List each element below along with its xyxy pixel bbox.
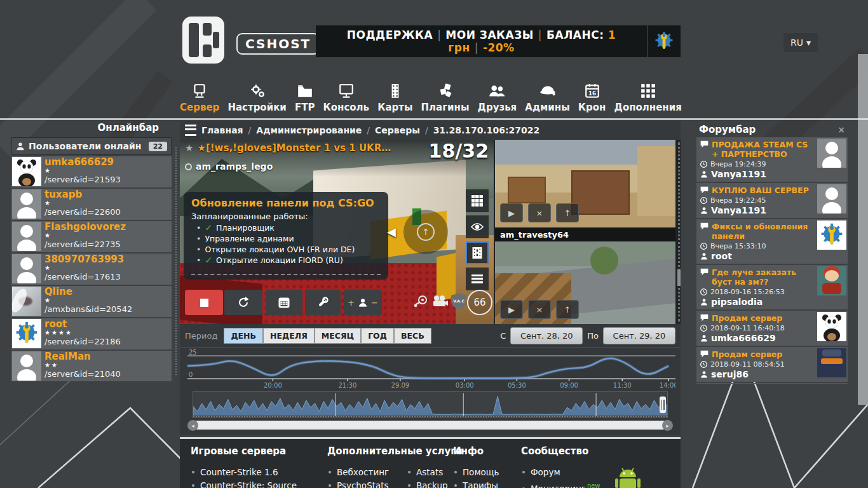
post-author[interactable]: umka666629 [711,333,776,343]
support-link[interactable]: ПОДДЕРЖКА [347,29,433,41]
forum-post[interactable]: Продам сервер2018-09-11 08:54:51seruj86 [696,347,848,382]
period-button-день[interactable]: ДЕНЬ [224,328,263,344]
user-name[interactable]: 380970763993 [44,254,172,264]
user-name[interactable]: Flashgolovorez [44,221,172,232]
user-location-link[interactable]: /server&id=22735 [44,240,172,250]
user-location-link[interactable]: /amxbans&id=20542 [44,304,172,315]
user-name[interactable]: tuxapb [44,189,172,200]
forum-post[interactable]: КУПЛЮ ВАШ СЕРВЕРВчера 19:22:45Vanya1191 [696,183,848,218]
post-title[interactable]: Где луче заказать буст на зм?? [712,268,813,287]
footer-link[interactable]: Astats [407,466,447,479]
scroll-right-button[interactable]: ▸ [662,420,673,431]
video-view-button[interactable] [466,241,489,264]
brand-name[interactable]: CSHOST [236,33,320,55]
footer-link[interactable]: Помощь [453,466,499,479]
footer-link[interactable]: Вебхостинг [327,466,389,479]
user-location-link[interactable]: /server&id=21593 [44,175,172,185]
forum-post[interactable]: Продам сервер2018-09-11 16:40:18umka6666… [696,311,848,346]
restart-server-button[interactable] [224,290,262,315]
post-author[interactable]: root [711,251,732,261]
post-title[interactable]: ПРОДАЖА STEAM CS + ПАРТНЕРСТВО [712,140,813,159]
nav-tab-плагины[interactable]: Плагины [421,80,470,118]
language-selector[interactable]: RU ▾ [783,33,818,52]
map-thumbnail-1[interactable]: ▶ × ↑ [495,140,675,227]
slots-button[interactable]: + − [344,290,382,315]
nav-tab-консоль[interactable]: Консоль [323,80,369,118]
nav-tab-админы[interactable]: Админы [525,80,569,118]
user-name[interactable]: umka666629 [44,156,172,167]
user-location-link[interactable]: /server&id=22600 [44,207,172,217]
online-user-row[interactable]: tuxapb★/server&id=22600 [11,189,172,220]
online-user-row[interactable]: Qline★/amxbans&id=20542 [11,286,172,317]
user-name[interactable]: root [44,318,172,329]
settings-button[interactable] [305,290,341,315]
plus-icon[interactable]: + [348,298,355,308]
user-name[interactable]: RealMan [44,351,172,362]
nav-tab-карты[interactable]: Карты [377,80,412,118]
delete-map-button[interactable]: × [528,300,551,319]
footer-link[interactable]: Counter-Strike: Source [191,479,297,488]
minus-icon[interactable]: − [371,298,378,308]
carousel-prev-icon[interactable]: ◀ [387,225,396,238]
forum-post[interactable]: ПРОДАЖА STEAM CS + ПАРТНЕРСТВОВчера 19:2… [696,137,848,182]
forum-post[interactable]: Фиксы и обновления панелиВчера 15:33:10r… [696,219,848,264]
user-name[interactable]: Qline [44,286,172,297]
breadcrumb-item[interactable]: 31.28.170.106:27022 [433,125,540,135]
date-from-input[interactable]: Сент. 28, 20 [510,327,583,344]
onlinebar-scrollbar[interactable] [175,147,177,375]
user-location-link[interactable]: /server&id=22186 [44,337,172,347]
breadcrumb-item[interactable]: Администрирование [256,125,362,135]
post-author[interactable]: Vanya1191 [711,169,766,179]
footer-link[interactable]: Мониторингnew [521,479,600,488]
stop-server-button[interactable] [185,290,223,315]
post-author[interactable]: Vanya1191 [711,205,766,215]
breadcrumb-item[interactable]: Главная [201,125,243,135]
post-author[interactable]: seruj86 [711,369,749,379]
forum-post[interactable]: Мониторинг Игровых Серверов Cs2018-09-10… [696,383,848,384]
play-map-button[interactable]: ▶ [500,300,523,319]
footer-link[interactable]: Тарифы [453,479,499,488]
footer-link[interactable]: PsychoStats [327,479,389,488]
post-title[interactable]: КУПЛЮ ВАШ СЕРВЕР [712,186,809,195]
thumbnails-scrollbar[interactable] [678,142,680,322]
chart-scrollbar[interactable]: ◂ ▸ [193,421,668,430]
map-info-button[interactable]: ↑ [556,203,579,222]
orders-link[interactable]: МОИ ЗАКАЗЫ [445,29,534,41]
server-name[interactable]: ★[!ws,!gloves]Monster 1 vs 1 UKR… [197,142,391,154]
period-button-неделя[interactable]: НЕДЕЛЯ [263,328,315,344]
footer-link[interactable]: Counter-Strike 1.6 [191,466,297,479]
footer-link[interactable]: Форум [521,466,600,479]
play-map-button[interactable]: ▶ [500,203,523,222]
user-location-link[interactable]: /server&id=21040 [44,369,172,379]
period-button-месяц[interactable]: МЕСЯЦ [315,328,361,344]
online-users-header[interactable]: Пользователи онлайн 22 [11,137,172,155]
close-icon[interactable]: × [837,125,845,135]
favorite-star-icon[interactable]: ★ [185,142,193,154]
menu-icon[interactable] [185,125,196,136]
period-button-год[interactable]: ГОД [361,328,394,344]
nav-tab-дополнения[interactable]: Дополнения [614,80,682,118]
user-location-link[interactable]: /server&id=17613 [44,272,172,282]
delete-map-button[interactable]: × [528,203,551,222]
online-user-row[interactable]: RealMan★★/server&id=21040 [11,351,172,381]
brand-gear-icon[interactable] [647,25,681,57]
online-user-row[interactable]: umka666629★/server&id=21593 [11,156,172,187]
cshost-logo-icon[interactable] [182,17,224,64]
grid-view-button[interactable] [466,189,489,212]
forum-post[interactable]: Где луче заказать буст на зм??2018-09-16… [696,265,848,309]
online-user-row[interactable]: 380970763993★/server&id=17613 [11,254,172,285]
nav-tab-ftp[interactable]: FTP [295,80,315,118]
nav-tab-друзья[interactable]: Друзья [478,80,517,118]
post-title[interactable]: Фиксы и обновления панели [712,222,813,241]
list-view-button[interactable] [466,268,489,290]
online-user-row[interactable]: Flashgolovorez★/server&id=22735 [11,221,172,252]
eye-view-button[interactable] [466,215,489,238]
nav-tab-сервер[interactable]: Сервер [180,80,219,118]
chart-navigator[interactable] [193,391,668,418]
scroll-left-button[interactable]: ◂ [187,420,198,431]
nav-tab-настройки[interactable]: Настройки [227,80,287,118]
map-thumbnail-2[interactable]: ▶ × ↑ [495,241,675,324]
schedule-button[interactable] [266,290,302,315]
date-to-input[interactable]: Сент. 29, 20 [603,327,675,344]
navigator-handle[interactable] [660,396,666,413]
